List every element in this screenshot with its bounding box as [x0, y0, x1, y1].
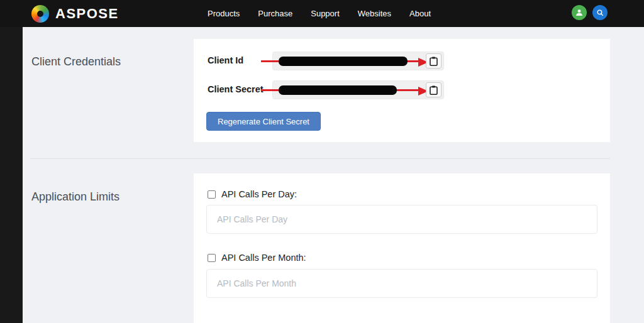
top-nav-bar: ASPOSE Products Purchase Support Website… [0, 0, 644, 27]
page: ASPOSE Products Purchase Support Website… [0, 0, 644, 323]
clipboard-icon [430, 57, 438, 66]
aspose-swirl-icon [31, 5, 49, 23]
nav-item-purchase[interactable]: Purchase [258, 9, 292, 18]
limits-section-title: Application Limits [31, 190, 119, 204]
api-calls-per-month-checkbox[interactable] [208, 254, 216, 262]
aspose-logo[interactable]: ASPOSE [31, 4, 119, 23]
copy-client-id-button[interactable] [426, 53, 441, 68]
client-secret-redaction [279, 85, 397, 95]
client-credentials-card: Client Id Client Secret Regenerate Clien… [194, 39, 610, 142]
application-limits-card: API Calls Per Day: API Calls Per Month: [194, 173, 610, 323]
client-id-label: Client Id [208, 55, 243, 65]
api-calls-per-day-checkbox[interactable] [208, 190, 216, 199]
api-calls-per-month-checkbox-label[interactable]: API Calls Per Month: [221, 253, 306, 263]
nav-item-websites[interactable]: Websites [358, 9, 391, 18]
regenerate-client-secret-button[interactable]: Regenerate Client Secret [206, 112, 321, 131]
search-button[interactable] [592, 5, 608, 20]
nav-item-support[interactable]: Support [311, 9, 340, 18]
client-secret-label: Client Secret [208, 84, 264, 94]
brand-name: ASPOSE [55, 6, 119, 22]
api-calls-per-month-input[interactable] [206, 269, 597, 298]
credentials-section-title: Client Credentials [31, 55, 121, 68]
clipboard-icon [430, 85, 438, 95]
nav-item-about[interactable]: About [409, 9, 431, 18]
nav-item-products[interactable]: Products [208, 9, 240, 18]
left-edge-strip [0, 27, 23, 323]
main-nav: Products Purchase Support Websites About [208, 0, 431, 27]
api-calls-per-day-input[interactable] [206, 205, 597, 234]
user-icon [575, 8, 584, 17]
section-divider [30, 158, 610, 159]
client-id-redaction [279, 57, 408, 66]
api-calls-per-day-checkbox-label[interactable]: API Calls Per Day: [221, 189, 297, 199]
copy-client-secret-button[interactable] [426, 82, 441, 97]
search-icon [596, 9, 604, 17]
account-button[interactable] [572, 5, 587, 20]
